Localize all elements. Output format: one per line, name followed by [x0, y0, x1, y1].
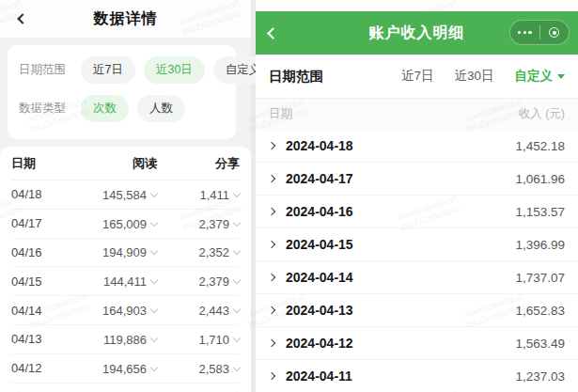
income-row[interactable]: 2024-04-161,153.57 — [256, 196, 578, 228]
chevron-down-icon — [233, 335, 241, 342]
income-table-body: 2024-04-181,452.182024-04-171,061.962024… — [256, 130, 578, 392]
row-amount: 1,563.49 — [452, 337, 565, 351]
row-amount: 1,061.96 — [452, 172, 565, 186]
row-amount: 1,153.57 — [452, 205, 565, 219]
pill-last7days[interactable]: 近7日 — [81, 56, 135, 84]
read-value-dropdown[interactable]: 165,009 — [102, 217, 157, 231]
share-value-dropdown[interactable]: 1,411 — [199, 188, 240, 202]
page-title: 数据详情 — [94, 9, 158, 29]
data-detail-screen: 数据详情 日期范围 近7日 近30日 自定义 数据类型 次数 人数 日期 阅读 … — [0, 0, 251, 392]
filter-label: 数据类型 — [19, 101, 81, 117]
chevron-down-icon — [150, 363, 158, 370]
pill-people[interactable]: 人数 — [137, 95, 185, 122]
column-share: 分享 — [159, 155, 240, 172]
income-row[interactable]: 2024-04-181,452.18 — [256, 130, 578, 163]
chevron-down-icon — [233, 276, 241, 284]
row-date: 2024-04-11 — [286, 368, 352, 384]
income-row[interactable]: 2024-04-131,652.83 — [256, 294, 578, 327]
row-date: 2024-04-16 — [286, 204, 353, 219]
income-row[interactable]: 2024-04-121,563.49 — [256, 327, 578, 360]
row-amount: 1,396.99 — [452, 238, 565, 252]
row-date: 04/12 — [11, 361, 70, 375]
table-row: 04/18145,5841,411 — [11, 180, 240, 210]
share-value-dropdown[interactable]: 2,379 — [198, 217, 240, 231]
row-date: 04/17 — [11, 216, 70, 230]
chevron-right-icon — [268, 142, 275, 149]
share-value-dropdown[interactable]: 2,583 — [198, 362, 240, 376]
row-amount: 1,452.18 — [452, 139, 565, 153]
row-date: 04/13 — [11, 332, 70, 346]
back-icon[interactable] — [13, 0, 32, 38]
table-row: 04/15144,4112,379 — [11, 267, 240, 296]
read-value-dropdown[interactable]: 119,886 — [103, 333, 157, 347]
data-detail-header: 数据详情 — [0, 0, 251, 38]
read-value-dropdown[interactable]: 194,656 — [102, 362, 157, 376]
row-date: 2024-04-12 — [286, 336, 353, 351]
read-value-dropdown[interactable]: 145,584 — [102, 188, 157, 202]
share-value-dropdown[interactable]: 2,443 — [198, 304, 240, 318]
column-income: 收入 (元) — [452, 106, 565, 122]
chevron-down-icon — [150, 190, 158, 197]
option-last7days[interactable]: 近7日 — [401, 68, 434, 85]
filter-label: 日期范围 — [19, 62, 81, 78]
option-last30days[interactable]: 近30日 — [454, 68, 493, 85]
chevron-down-icon — [557, 74, 565, 79]
share-value-dropdown[interactable]: 1,710 — [198, 333, 240, 347]
more-icon[interactable] — [510, 21, 539, 44]
chevron-down-icon — [233, 190, 241, 197]
stats-table-body: 04/18145,5841,41104/17165,0092,37904/161… — [11, 180, 240, 392]
read-value-dropdown[interactable]: 144,411 — [103, 274, 157, 289]
row-date: 2024-04-18 — [286, 138, 353, 153]
income-table-header: 日期 收入 (元) — [256, 99, 578, 130]
pill-last30days[interactable]: 近30日 — [144, 56, 205, 84]
chevron-right-icon — [268, 372, 275, 380]
row-date: 04/14 — [11, 304, 70, 318]
filter-row-date-range: 日期范围 近7日 近30日 自定义 — [19, 56, 225, 84]
table-row: 04/14164,9032,443 — [11, 296, 240, 325]
screenshot-root: 数据详情 日期范围 近7日 近30日 自定义 数据类型 次数 人数 日期 阅读 … — [0, 0, 578, 392]
filter-row-data-type: 数据类型 次数 人数 — [19, 95, 225, 122]
income-row[interactable]: 2024-04-111,237.03 — [256, 360, 578, 392]
chevron-down-icon — [233, 363, 241, 370]
income-header: 账户收入明细 — [256, 11, 578, 55]
read-value-dropdown[interactable]: 164,903 — [102, 304, 157, 318]
chevron-down-icon — [150, 306, 158, 313]
row-date: 04/18 — [11, 187, 70, 201]
chevron-down-icon — [150, 276, 158, 284]
row-date: 2024-04-14 — [286, 270, 353, 285]
miniprogram-capsule — [509, 20, 570, 45]
option-custom-label: 自定义 — [515, 68, 554, 85]
row-amount: 1,652.83 — [452, 304, 565, 318]
column-date: 日期 — [269, 106, 452, 122]
chevron-down-icon — [150, 247, 158, 255]
table-row: 04/17165,0092,379 — [11, 210, 240, 239]
chevron-right-icon — [268, 208, 275, 215]
stats-table: 日期 阅读 分享 04/18145,5841,41104/17165,0092,… — [0, 147, 251, 392]
income-row[interactable]: 2024-04-151,396.99 — [256, 228, 578, 261]
row-date: 2024-04-15 — [286, 237, 353, 252]
table-row: 04/13119,8861,710 — [11, 325, 240, 354]
close-target-icon[interactable] — [540, 21, 570, 44]
column-date: 日期 — [11, 155, 70, 172]
income-row[interactable]: 2024-04-141,737.07 — [256, 261, 578, 294]
option-custom[interactable]: 自定义 — [515, 68, 566, 85]
share-value-dropdown[interactable]: 2,352 — [198, 245, 240, 259]
row-amount: 1,737.07 — [452, 271, 565, 285]
share-value-dropdown[interactable]: 2,379 — [198, 274, 240, 289]
chevron-down-icon — [150, 335, 158, 342]
table-row: 04/16194,9092,352 — [11, 239, 240, 268]
read-value-dropdown[interactable]: 194,909 — [102, 245, 157, 259]
chevron-down-icon — [233, 247, 241, 255]
income-row[interactable]: 2024-04-171,061.96 — [256, 163, 578, 196]
pill-count[interactable]: 次数 — [81, 95, 129, 122]
back-icon[interactable] — [263, 11, 283, 55]
stats-table-header: 日期 阅读 分享 — [11, 147, 240, 180]
status-bar — [256, 0, 578, 11]
table-row: 04/11165,1892,623 — [11, 384, 240, 392]
row-date: 2024-04-13 — [286, 303, 353, 318]
date-range-label: 日期范围 — [269, 68, 381, 86]
chevron-down-icon — [150, 218, 158, 226]
income-detail-screen: 账户收入明细 日期范围 近7日 近30日 自定义 日期 收入 (元) 2024-… — [256, 0, 578, 392]
row-amount: 1,237.03 — [452, 369, 565, 384]
chevron-right-icon — [268, 274, 275, 281]
